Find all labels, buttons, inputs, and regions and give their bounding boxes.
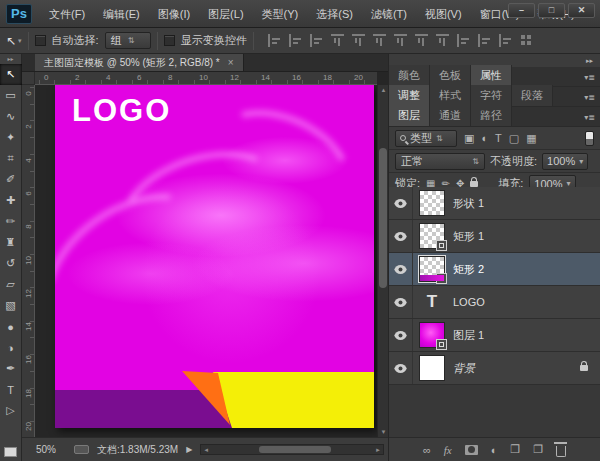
- layer-row-rect1[interactable]: 矩形 1: [389, 220, 600, 253]
- crop-tool[interactable]: ⌗: [0, 148, 22, 169]
- filter-adjustment-layers-icon[interactable]: ◐: [481, 132, 488, 144]
- layer-name[interactable]: 矩形 2: [453, 262, 484, 277]
- tab-channels[interactable]: 通道: [430, 105, 471, 126]
- menu-view[interactable]: 视图(V): [416, 0, 471, 28]
- layer-thumbnail[interactable]: [419, 223, 445, 249]
- layer-style-fx-icon[interactable]: fx: [444, 444, 452, 456]
- layer-thumbnail[interactable]: [419, 190, 445, 216]
- canvas[interactable]: LOGO: [55, 85, 374, 428]
- brush-tool[interactable]: ✏: [0, 211, 22, 232]
- layer-thumbnail[interactable]: [419, 322, 445, 348]
- filter-type-layers-icon[interactable]: T: [495, 132, 502, 144]
- magic-wand-tool[interactable]: ✦: [0, 127, 22, 148]
- align-horizontal-centers-icon[interactable]: [289, 34, 302, 47]
- align-top-edges-icon[interactable]: [331, 34, 344, 47]
- layer-row-layer1[interactable]: 图层 1: [389, 319, 600, 352]
- layer-name[interactable]: LOGO: [453, 296, 485, 308]
- tab-swatches[interactable]: 色板: [430, 65, 471, 86]
- menu-edit[interactable]: 编辑(E): [94, 0, 149, 28]
- distribute-horizontal-centers-icon[interactable]: [478, 34, 491, 47]
- new-adjustment-layer-icon[interactable]: ◐: [491, 444, 498, 456]
- visibility-eye-icon[interactable]: [389, 286, 413, 318]
- horizontal-scroll-thumb[interactable]: [259, 446, 331, 453]
- menu-file[interactable]: 文件(F): [40, 0, 94, 28]
- distribute-vertical-centers-icon[interactable]: [415, 34, 428, 47]
- visibility-eye-icon[interactable]: [389, 187, 413, 219]
- menu-layer[interactable]: 图层(L): [199, 0, 252, 28]
- panel-menu-icon[interactable]: ▾≣: [584, 113, 595, 122]
- eraser-tool[interactable]: ▱: [0, 274, 22, 295]
- scroll-left-icon[interactable]: ◄: [203, 447, 209, 453]
- layer-row-shape1[interactable]: 形状 1: [389, 187, 600, 220]
- visibility-eye-icon[interactable]: [389, 253, 413, 285]
- align-right-edges-icon[interactable]: [310, 34, 323, 47]
- align-bottom-edges-icon[interactable]: [373, 34, 386, 47]
- auto-select-dropdown[interactable]: 组 ⇅: [105, 32, 151, 49]
- foreground-color-swatch[interactable]: [4, 447, 17, 457]
- filter-smart-objects-icon[interactable]: ▦: [526, 132, 536, 145]
- menu-type[interactable]: 类型(Y): [253, 0, 308, 28]
- auto-align-layers-icon[interactable]: [520, 34, 533, 47]
- path-select-tool[interactable]: ▷: [0, 400, 22, 421]
- type-tool[interactable]: T: [0, 379, 22, 400]
- add-layer-mask-icon[interactable]: [465, 445, 478, 455]
- layer-thumbnail[interactable]: [419, 355, 445, 381]
- history-brush-tool[interactable]: ↺: [0, 253, 22, 274]
- tab-layers[interactable]: 图层: [389, 105, 430, 126]
- filter-pixel-layers-icon[interactable]: ▣: [464, 132, 474, 145]
- vertical-scrollbar[interactable]: ▲ ▼: [377, 85, 388, 437]
- layer-thumbnail[interactable]: [419, 256, 445, 282]
- delete-layer-icon[interactable]: [556, 446, 566, 457]
- panel-menu-icon[interactable]: ▾≣: [584, 93, 595, 102]
- tab-paths[interactable]: 路径: [471, 105, 512, 126]
- layer-name[interactable]: 矩形 1: [453, 229, 484, 244]
- opacity-dropdown[interactable]: 100% ▾: [542, 153, 588, 170]
- visibility-eye-icon[interactable]: [389, 352, 413, 384]
- status-flyout-icon[interactable]: ▶: [186, 445, 192, 454]
- tab-properties[interactable]: 属性: [471, 65, 512, 86]
- menu-select[interactable]: 选择(S): [307, 0, 362, 28]
- visibility-eye-icon[interactable]: [389, 319, 413, 351]
- layer-name[interactable]: 形状 1: [453, 196, 484, 211]
- close-button[interactable]: ✕: [568, 3, 595, 18]
- new-group-icon[interactable]: ❒: [510, 443, 520, 456]
- link-layers-icon[interactable]: ∞: [423, 444, 431, 456]
- tab-close-icon[interactable]: ×: [228, 57, 234, 68]
- blend-mode-dropdown[interactable]: 正常 ⇅: [395, 153, 485, 170]
- menu-image[interactable]: 图像(I): [149, 0, 199, 28]
- tab-color[interactable]: 颜色: [389, 65, 430, 86]
- show-transform-checkbox[interactable]: [164, 35, 175, 46]
- layer-row-background[interactable]: 背景: [389, 352, 600, 385]
- tab-styles[interactable]: 样式: [430, 85, 471, 106]
- filter-shape-layers-icon[interactable]: ▢: [509, 132, 519, 145]
- pen-tool[interactable]: ✒: [0, 358, 22, 379]
- tab-adjustments[interactable]: 调整: [389, 85, 430, 106]
- distribute-bottom-edges-icon[interactable]: [436, 34, 449, 47]
- scroll-right-icon[interactable]: ►: [375, 447, 381, 453]
- align-left-edges-icon[interactable]: [268, 34, 281, 47]
- document-tab[interactable]: 主图固定模板 @ 50% (矩形 2, RGB/8) * ×: [35, 54, 244, 71]
- distribute-right-edges-icon[interactable]: [499, 34, 512, 47]
- eyedropper-tool[interactable]: ✐: [0, 169, 22, 190]
- layer-name[interactable]: 图层 1: [453, 328, 484, 343]
- align-vertical-centers-icon[interactable]: [352, 34, 365, 47]
- healing-brush-tool[interactable]: ✚: [0, 190, 22, 211]
- dodge-tool[interactable]: ◑: [0, 337, 22, 358]
- filter-type-dropdown[interactable]: 类型 ⇅: [395, 130, 457, 147]
- layer-row-rect2-selected[interactable]: 矩形 2: [389, 253, 600, 286]
- marquee-tool[interactable]: ▭: [0, 85, 22, 106]
- tab-paragraph[interactable]: 段落: [512, 85, 553, 106]
- zoom-level[interactable]: 50%: [36, 444, 66, 455]
- blur-tool[interactable]: ●: [0, 316, 22, 337]
- minimize-button[interactable]: –: [508, 3, 535, 18]
- panel-menu-icon[interactable]: ▾≣: [584, 73, 595, 82]
- maximize-button[interactable]: □: [538, 3, 565, 18]
- distribute-top-edges-icon[interactable]: [394, 34, 407, 47]
- toolbar-collapse-icon[interactable]: ▸▸: [7, 54, 13, 64]
- menu-filter[interactable]: 滤镜(T): [362, 0, 416, 28]
- lasso-tool[interactable]: ∿: [0, 106, 22, 127]
- layer-row-logo-text[interactable]: T LOGO: [389, 286, 600, 319]
- new-layer-icon[interactable]: ❐: [533, 443, 543, 456]
- gradient-tool[interactable]: ▧: [0, 295, 22, 316]
- clone-stamp-tool[interactable]: ♜: [0, 232, 22, 253]
